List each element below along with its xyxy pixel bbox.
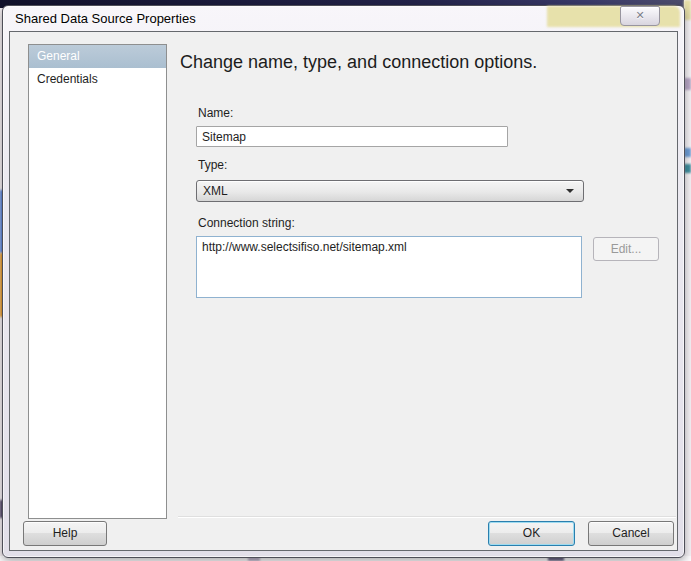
background-purple-smudge (684, 78, 691, 90)
ok-button[interactable]: OK (488, 521, 575, 546)
background-blue-smudge-right (684, 148, 691, 157)
cancel-button[interactable]: Cancel (588, 521, 674, 546)
footer-separator (178, 516, 676, 518)
title-bar[interactable]: Shared Data Source Properties ✕ (3, 6, 684, 31)
connection-string-input[interactable]: http://www.selectsifiso.net/sitemap.xml (196, 236, 582, 298)
sidebar-item-credentials[interactable]: Credentials (29, 68, 166, 91)
edit-button[interactable]: Edit... (593, 237, 659, 261)
connection-string-label: Connection string: (198, 216, 295, 230)
name-input[interactable] (196, 126, 508, 147)
background-tan-smudge (684, 0, 691, 20)
sidebar-item-general[interactable]: General (29, 45, 166, 68)
dialog-title: Shared Data Source Properties (15, 11, 196, 26)
type-dropdown-value: XML (203, 181, 228, 201)
type-label: Type: (198, 158, 227, 172)
page-heading: Change name, type, and connection option… (180, 52, 537, 73)
chevron-down-icon (566, 189, 574, 193)
type-dropdown[interactable]: XML (196, 180, 584, 202)
close-button[interactable]: ✕ (620, 6, 660, 26)
category-list: General Credentials (28, 44, 167, 519)
name-label: Name: (198, 106, 233, 120)
help-button[interactable]: Help (23, 521, 107, 546)
close-icon: ✕ (621, 7, 659, 24)
shared-data-source-properties-dialog: Shared Data Source Properties ✕ General … (2, 5, 685, 558)
dialog-client-area: General Credentials Change name, type, a… (9, 31, 678, 551)
background-teal-smudge-right (684, 164, 691, 173)
